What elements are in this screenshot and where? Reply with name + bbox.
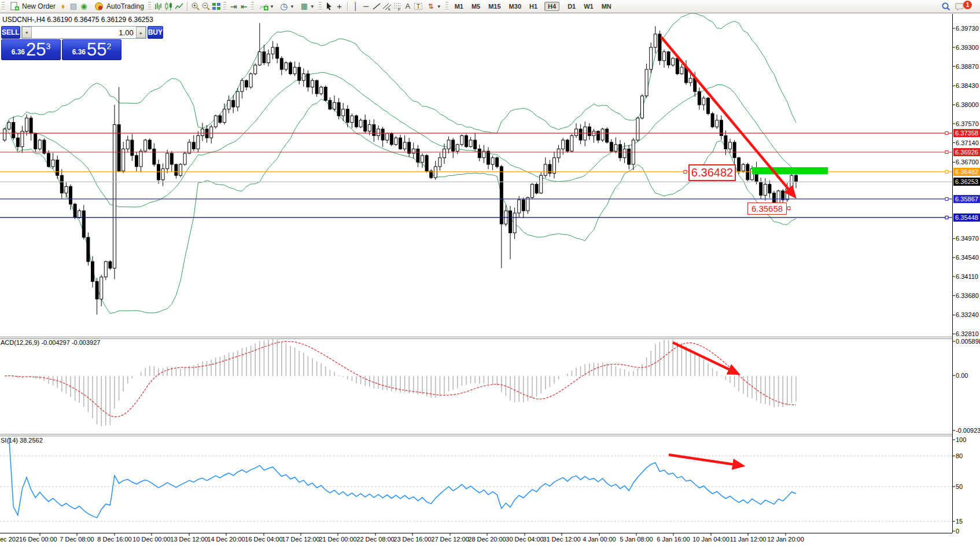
timeframe-mn[interactable]: MN: [598, 2, 615, 11]
text-label-icon[interactable]: T: [413, 1, 423, 12]
buy-price-button[interactable]: 6.36 55 2: [62, 39, 121, 60]
time-label: 4 Jan 00:00: [583, 536, 616, 543]
annotations[interactable]: [661, 37, 828, 466]
time-label: 10 Dec 00:00: [132, 536, 170, 543]
price-note-6.35658[interactable]: 6.35658: [747, 202, 787, 215]
sell-button[interactable]: SELL: [1, 26, 20, 39]
one-click-trading-panel: SELL ▼ ▲ BUY 6.36 25 3 6.36 55 2: [1, 26, 121, 60]
timeframe-m5[interactable]: M5: [468, 2, 484, 11]
buy-price-small: 6.36: [72, 48, 86, 56]
price-tick: 6.39730: [956, 25, 979, 32]
toolbar-grip[interactable]: [319, 2, 322, 11]
vertical-line-icon[interactable]: │: [351, 1, 361, 12]
indicators-button[interactable]: ▼: [256, 1, 277, 12]
note-handle[interactable]: [787, 207, 790, 210]
trend-arrow[interactable]: [673, 343, 738, 374]
shapes-icon: ⇅: [426, 1, 436, 12]
signals-icon[interactable]: ◉: [79, 1, 89, 12]
timeframe-m30[interactable]: M30: [506, 2, 525, 11]
bar-chart-icon[interactable]: [153, 1, 164, 12]
chevron-down-icon: ▼: [270, 4, 274, 9]
timeframe-h4[interactable]: H4: [544, 2, 559, 11]
volume-increase-button[interactable]: ▲: [136, 27, 146, 38]
time-label: 7 Dec 08:00: [60, 536, 94, 543]
svg-text:E: E: [388, 8, 390, 11]
chart-shift-icon[interactable]: ⇤: [239, 1, 249, 12]
rsi-level-value: 50: [956, 483, 963, 491]
time-label: 16 Dec 04:00: [245, 536, 282, 543]
rsi-level-value: 80: [956, 452, 963, 460]
chart-plot[interactable]: [0, 13, 980, 545]
toolbar-grip[interactable]: [148, 2, 151, 11]
templates-icon: ▦: [299, 1, 310, 12]
toolbar-separator: [187, 2, 188, 11]
auto-scroll-icon[interactable]: ⇥: [229, 1, 239, 12]
svg-text:T: T: [417, 3, 420, 10]
timeframe-w1[interactable]: W1: [580, 2, 597, 11]
templates-button[interactable]: ▦ ▼: [297, 1, 317, 12]
crosshair-icon[interactable]: +: [334, 1, 345, 12]
search-icon[interactable]: [941, 1, 951, 12]
chart-window: USDCNH-,H4 6.36190 6.36475 6.36129 6.362…: [0, 13, 980, 545]
sell-price-button[interactable]: 6.36 25 3: [1, 39, 61, 60]
trendline-icon[interactable]: [371, 1, 382, 12]
fibonacci-icon[interactable]: F: [392, 1, 403, 12]
chevron-down-icon: ▼: [437, 4, 441, 9]
sell-price-sup: 3: [46, 42, 51, 51]
macd-indicator: [5, 339, 796, 426]
cursor-icon[interactable]: [324, 1, 334, 12]
tile-windows-icon[interactable]: [211, 1, 222, 12]
price-tick: 6.38870: [956, 63, 979, 71]
volume-decrease-button[interactable]: ▼: [22, 27, 32, 38]
green-highlight-bar[interactable]: [752, 167, 828, 174]
buy-button[interactable]: BUY: [148, 26, 163, 39]
volume-input[interactable]: [32, 27, 136, 38]
text-icon[interactable]: A: [403, 1, 413, 12]
chart-properties-icon[interactable]: ▤: [68, 1, 79, 12]
equidistant-channel-icon[interactable]: E: [382, 1, 392, 12]
timeframe-m1[interactable]: M1: [451, 2, 467, 11]
mt4-window: New Order ⬧ ▤ ◉ AutoTrading: [0, 0, 980, 545]
toolbar-grip[interactable]: [251, 2, 254, 11]
price-tag-6.36482: 6.36482: [953, 168, 980, 176]
note-handle[interactable]: [684, 171, 687, 174]
toolbar-right: [941, 0, 965, 13]
horizontal-line-icon[interactable]: ─: [361, 1, 371, 12]
time-label: 23 Dec 16:00: [393, 536, 431, 543]
shapes-button[interactable]: ⇅ ▼: [423, 1, 444, 12]
periods-button[interactable]: ◷ ▼: [277, 1, 297, 12]
price-tick: 6.33680: [956, 292, 979, 300]
price-tick: 6.38000: [956, 101, 979, 109]
chart-color-icon[interactable]: ⬧: [58, 1, 68, 12]
buy-price-big: 55: [87, 41, 106, 58]
price-tag-6.35448: 6.35448: [953, 213, 980, 222]
notification-badge[interactable]: 1: [963, 1, 972, 9]
macd-scale-value: 0.005898: [956, 338, 980, 345]
time-label: 8 Dec 16:00: [97, 536, 131, 543]
price-tag-6.36926: 6.36926: [953, 148, 980, 156]
candlesticks[interactable]: [3, 23, 798, 315]
candlestick-chart-icon[interactable]: [164, 1, 174, 12]
toolbar: New Order ⬧ ▤ ◉ AutoTrading: [0, 0, 980, 13]
toolbar-grip[interactable]: [2, 2, 5, 11]
price-tick: 6.33240: [956, 311, 979, 319]
toolbar-grip[interactable]: [223, 2, 226, 11]
autotrading-button[interactable]: AutoTrading: [91, 1, 146, 12]
toolbar-separator: [347, 2, 348, 11]
timeframe-h1[interactable]: H1: [526, 2, 541, 11]
line-chart-icon[interactable]: [174, 1, 185, 12]
time-label: ec 2021: [0, 536, 23, 543]
price-note-6.36482[interactable]: 6.36482: [688, 164, 736, 181]
sell-price-big: 25: [26, 41, 46, 58]
timeframe-m15[interactable]: M15: [485, 2, 504, 11]
trend-arrow[interactable]: [669, 455, 743, 466]
new-order-label: New Order: [22, 2, 56, 10]
new-order-button[interactable]: New Order: [7, 1, 58, 12]
rsi-level-value: 15: [956, 518, 963, 525]
zoom-out-icon[interactable]: [201, 1, 211, 12]
toolbar-grip[interactable]: [445, 2, 448, 11]
zoom-in-icon[interactable]: [190, 1, 201, 12]
indicators-icon: [259, 1, 269, 12]
macd-label: ACD(12,26,9) -0.004297 -0.003927: [1, 339, 100, 346]
timeframe-d1[interactable]: D1: [564, 2, 579, 11]
